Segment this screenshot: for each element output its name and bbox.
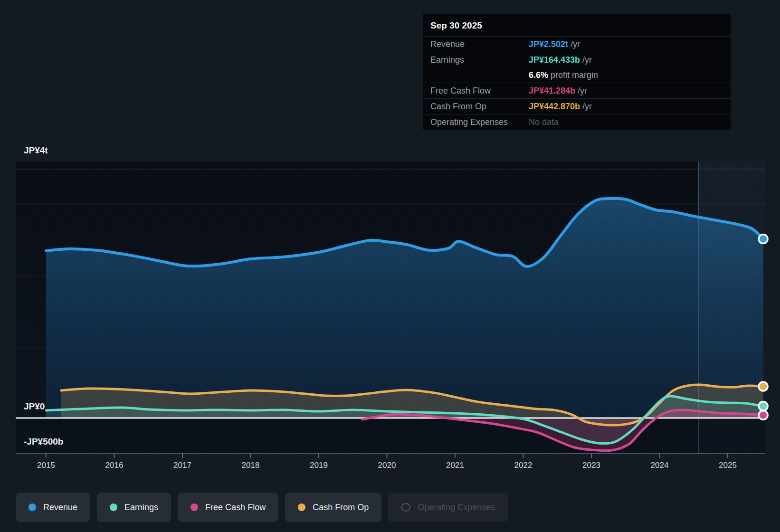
tooltip-row-revenue: Revenue JP¥2.502t /yr [423,37,731,52]
tooltip-label-earnings: Earnings [430,55,529,65]
legend-label-revenue: Revenue [43,503,77,513]
tooltip-row-operating-expenses: Operating Expenses No data [423,114,731,130]
legend-label-free-cash-flow: Free Cash Flow [205,503,266,513]
tooltip-value-free-cash-flow: JP¥41.284b [529,86,575,96]
x-axis-label-2025: 2025 [719,461,737,470]
tooltip-value-earnings: JP¥164.433b [529,55,580,65]
tooltip-value-operating-expenses: No data [529,117,559,127]
tooltip-value-cash-from-op: JP¥442.870b [529,102,580,112]
tooltip-row-free-cash-flow: Free Cash Flow JP¥41.284b /yr [423,83,731,99]
legend-label-earnings: Earnings [124,503,158,513]
chart-legend: Revenue Earnings Free Cash Flow Cash Fro… [16,493,508,522]
tooltip-suffix-revenue: /yr [568,39,580,49]
tooltip-date: Sep 30 2025 [423,14,731,37]
legend-swatch-operating-expenses [401,503,410,512]
tooltip-row-cash-from-op: Cash From Op JP¥442.870b /yr [423,99,731,114]
tooltip-label-revenue: Revenue [430,39,529,49]
legend-swatch-earnings [110,504,117,511]
legend-swatch-cash-from-op [298,504,305,511]
free-cash-flow-endpoint-marker [759,410,768,419]
x-axis-label-2021: 2021 [446,461,464,470]
x-axis-label-2016: 2016 [105,461,124,470]
legend-item-free-cash-flow[interactable]: Free Cash Flow [178,493,278,522]
legend-item-revenue[interactable]: Revenue [16,493,90,522]
chart-tooltip: Sep 30 2025 Revenue JP¥2.502t /yr Earnin… [423,14,731,130]
tooltip-label-operating-expenses: Operating Expenses [430,117,529,127]
tooltip-row-earnings: Earnings JP¥164.433b /yr [423,52,731,67]
legend-label-cash-from-op: Cash From Op [313,503,369,513]
legend-item-earnings[interactable]: Earnings [97,493,171,522]
chart-panel: JP¥4t JP¥0 -JP¥500b 20152016201720182019… [0,0,780,532]
y-axis-label-negative: -JP¥500b [24,437,63,447]
tooltip-suffix-cash-from-op: /yr [580,102,592,112]
earnings-endpoint-marker [759,402,768,411]
legend-item-operating-expenses[interactable]: Operating Expenses [388,493,508,522]
x-axis-ticks [46,454,728,458]
legend-swatch-revenue [29,504,36,511]
x-axis-label-2023: 2023 [582,461,600,470]
x-axis-label-2022: 2022 [514,461,533,470]
tooltip-label-cash-from-op: Cash From Op [430,102,529,112]
x-axis-label-2018: 2018 [242,461,260,470]
y-axis-label-zero: JP¥0 [24,401,45,412]
tooltip-suffix-free-cash-flow: /yr [575,86,587,96]
x-axis-label-2019: 2019 [310,461,328,470]
tooltip-value-revenue: JP¥2.502t [529,39,568,49]
legend-item-cash-from-op[interactable]: Cash From Op [285,493,381,522]
legend-swatch-free-cash-flow [190,504,198,511]
legend-label-operating-expenses: Operating Expenses [418,503,495,513]
x-axis-label-2015: 2015 [37,461,55,470]
revenue-endpoint-marker [759,235,768,244]
tooltip-suffix-profit-margin: profit margin [548,70,598,80]
negative-region-shade [16,419,765,454]
x-axis-label-2024: 2024 [651,461,669,470]
x-axis-label-2017: 2017 [173,461,191,470]
tooltip-suffix-earnings: /yr [580,55,592,65]
y-axis-label-top: JP¥4t [24,145,48,156]
x-axis-label-2020: 2020 [378,461,396,470]
tooltip-label-free-cash-flow: Free Cash Flow [430,86,529,96]
tooltip-row-profit-margin: 6.6% profit margin [423,67,731,83]
x-axis-labels: 2015201620172018201920202021202220232024… [0,461,780,474]
cash-from-op-endpoint-marker [759,382,768,391]
tooltip-value-profit-margin: 6.6% [529,70,548,80]
